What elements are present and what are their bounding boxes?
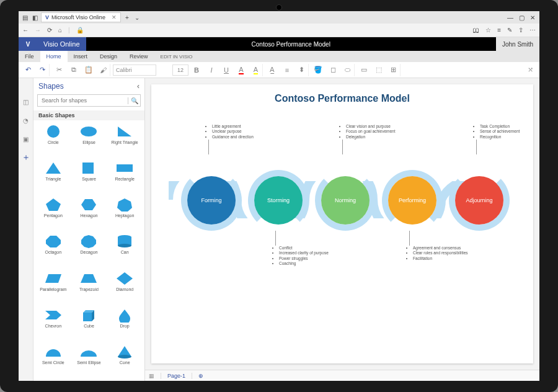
stencil-basic-icon[interactable]: ◔ (21, 115, 31, 125)
shape-item[interactable]: Diamond (107, 270, 142, 305)
add-page-button[interactable]: ⊕ (198, 373, 203, 379)
tab-file[interactable]: File (19, 51, 40, 62)
favorite-icon[interactable]: ☆ (485, 27, 491, 33)
stage-circle[interactable]: Performing (388, 176, 436, 225)
shape-styles-button[interactable]: ▭ (357, 64, 371, 76)
shape-item[interactable]: Rectangle (107, 159, 142, 195)
edit-in-visio-button[interactable]: EDIT IN VISIO (161, 54, 193, 60)
shape-item[interactable]: Can (107, 233, 142, 268)
position-button[interactable]: ⊞ (387, 64, 401, 76)
new-tab-button[interactable]: + (123, 14, 131, 21)
shape-item[interactable]: Cone (107, 343, 142, 378)
refresh-icon[interactable]: ⟳ (47, 27, 52, 33)
tab-design[interactable]: Design (94, 51, 123, 62)
shape-item[interactable]: Parallelogram (36, 270, 71, 305)
all-pages-icon[interactable]: ▦ (149, 373, 161, 379)
effects-button[interactable]: ⬭ (341, 64, 355, 76)
shape-item[interactable]: Triangle (36, 159, 71, 195)
more-icon[interactable]: ⋯ (529, 27, 536, 33)
paste-button[interactable]: 📋 (82, 64, 95, 76)
shape-item[interactable]: Pentagon (36, 196, 71, 231)
shape-item[interactable]: Semi Circle (36, 343, 71, 378)
browser-tab[interactable]: V Microsoft Visio Online ✕ (41, 12, 121, 22)
window-maximize-button[interactable]: ▢ (517, 14, 526, 21)
stage-circle[interactable]: Storming (254, 176, 303, 225)
share-panel-icon[interactable]: ◧ (31, 14, 38, 21)
undo-button[interactable]: ↶ (21, 64, 35, 76)
cut-button[interactable]: ✂ (52, 64, 66, 76)
svg-marker-2 (118, 127, 131, 136)
shape-label: Triangle (45, 177, 61, 181)
stencil-shapes-icon[interactable]: ◫ (21, 97, 31, 107)
svg-point-0 (47, 125, 60, 138)
back-icon[interactable]: ← (22, 27, 29, 33)
shape-item[interactable]: Circle (36, 123, 71, 158)
bold-button[interactable]: B (190, 64, 203, 76)
share-icon[interactable]: ⇪ (518, 27, 523, 33)
window-minimize-button[interactable]: — (506, 14, 515, 21)
outline-button[interactable]: ◻ (326, 64, 340, 76)
tab-insert[interactable]: Insert (68, 51, 94, 62)
shape-item[interactable]: Octagon (36, 233, 71, 268)
fill-button[interactable]: 🪣 (311, 64, 325, 76)
shape-item[interactable]: Cube (72, 306, 107, 342)
connector-button[interactable]: ⤯ (523, 64, 537, 76)
underline-button[interactable]: U (219, 64, 233, 76)
hub-icon[interactable]: ▤ (21, 14, 29, 21)
stage-circle[interactable]: Adjourning (455, 176, 503, 225)
shape-item[interactable]: Drop (107, 306, 142, 342)
highlight-button[interactable]: A (249, 64, 263, 76)
text-box-button[interactable]: A̲ (265, 64, 279, 76)
shape-item[interactable]: Hexagon (72, 196, 107, 231)
shape-item[interactable]: Right Triangle (107, 123, 142, 158)
font-color-button[interactable]: A (234, 64, 248, 76)
add-stencil-button[interactable]: ＋ (21, 153, 31, 163)
align-vert-button[interactable]: ⬍ (295, 64, 309, 76)
copy-button[interactable]: ⧉ (67, 64, 81, 76)
page[interactable]: Contoso Performance Model FormingStormin… (151, 84, 533, 363)
arrange-button[interactable]: ⬚ (372, 64, 386, 76)
shape-preview-icon (79, 161, 98, 176)
svg-marker-10 (81, 235, 96, 248)
stage-circle[interactable]: Norming (321, 176, 370, 225)
tab-home[interactable]: Home (40, 51, 68, 62)
menu-lines-icon[interactable]: ≡ (497, 27, 501, 33)
shape-item[interactable]: Semi Ellipse (72, 343, 107, 378)
visio-logo-icon[interactable]: V (19, 37, 37, 51)
svg-marker-8 (117, 198, 132, 212)
page-tab-1[interactable]: Page-1 (167, 373, 192, 379)
align-left-button[interactable]: ≡ (280, 64, 294, 76)
italic-button[interactable]: I (205, 64, 218, 76)
notes-icon[interactable]: ✎ (507, 27, 512, 33)
shape-item[interactable]: Heptagon (107, 196, 142, 231)
font-select[interactable]: Calibri (113, 65, 156, 76)
forward-icon[interactable]: → (35, 27, 41, 33)
shape-item[interactable]: Chevron (36, 306, 71, 342)
window-close-button[interactable]: ✕ (528, 14, 537, 21)
stage-circle[interactable]: Forming (187, 176, 236, 225)
canvas[interactable]: Contoso Performance Model FormingStormin… (145, 78, 539, 370)
reading-view-icon[interactable]: 🕮 (473, 27, 479, 33)
shapes-search-input[interactable] (38, 97, 128, 104)
home-icon[interactable]: ⌂ (58, 27, 62, 33)
font-size-select[interactable]: 12 (172, 65, 188, 76)
tab-close-icon[interactable]: ✕ (112, 14, 117, 20)
collapse-panel-icon[interactable]: ‹ (137, 82, 140, 91)
svg-point-13 (118, 244, 131, 247)
tab-review[interactable]: Review (123, 51, 154, 62)
shapes-search[interactable]: 🔍 (37, 94, 141, 107)
shape-item[interactable]: Ellipse (72, 123, 107, 158)
redo-button[interactable]: ↷ (36, 64, 50, 76)
shape-item[interactable]: Decagon (72, 233, 107, 268)
stencil-flow-icon[interactable]: ▣ (21, 134, 31, 144)
tab-actions-icon[interactable]: ⌄ (133, 14, 141, 21)
user-name[interactable]: John Smith (496, 37, 539, 51)
svg-marker-17 (45, 311, 61, 319)
shape-item[interactable]: Trapezoid (72, 270, 107, 305)
search-icon[interactable]: 🔍 (128, 97, 140, 104)
stage-notes: Agreement and consensusClear roles and r… (407, 231, 487, 261)
shape-preview-icon (115, 308, 134, 323)
format-painter-button[interactable]: 🖌 (97, 64, 110, 76)
shape-preview-icon (44, 124, 63, 139)
shape-item[interactable]: Square (72, 159, 107, 195)
